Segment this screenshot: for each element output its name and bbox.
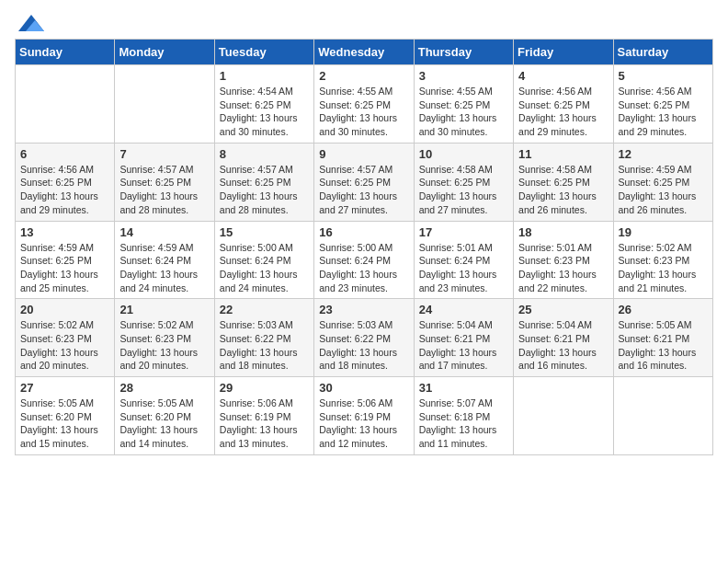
calendar-cell: 16Sunrise: 5:00 AMSunset: 6:24 PMDayligh…	[314, 221, 414, 299]
calendar-cell: 5Sunrise: 4:56 AMSunset: 6:25 PMDaylight…	[613, 65, 712, 144]
column-header-tuesday: Tuesday	[214, 40, 313, 65]
day-info: Sunrise: 4:55 AMSunset: 6:25 PMDaylight:…	[419, 85, 508, 139]
day-info: Sunrise: 4:57 AMSunset: 6:25 PMDaylight:…	[220, 163, 309, 217]
day-number: 3	[419, 69, 508, 83]
day-info: Sunrise: 4:57 AMSunset: 6:25 PMDaylight:…	[319, 163, 408, 217]
calendar-cell: 10Sunrise: 4:58 AMSunset: 6:25 PMDayligh…	[414, 143, 513, 221]
day-info: Sunrise: 4:57 AMSunset: 6:25 PMDaylight:…	[119, 163, 209, 217]
calendar-cell: 8Sunrise: 4:57 AMSunset: 6:25 PMDaylight…	[214, 143, 313, 221]
column-header-thursday: Thursday	[414, 40, 513, 65]
calendar-cell: 22Sunrise: 5:03 AMSunset: 6:22 PMDayligh…	[214, 299, 313, 377]
day-number: 12	[619, 147, 708, 161]
calendar-cell: 15Sunrise: 5:00 AMSunset: 6:24 PMDayligh…	[214, 221, 313, 299]
calendar-cell: 4Sunrise: 4:56 AMSunset: 6:25 PMDaylight…	[514, 65, 613, 144]
calendar-cell: 12Sunrise: 4:59 AMSunset: 6:25 PMDayligh…	[613, 143, 712, 221]
column-header-saturday: Saturday	[613, 40, 712, 65]
calendar-week-row: 1Sunrise: 4:54 AMSunset: 6:25 PMDaylight…	[16, 65, 713, 144]
calendar-cell: 21Sunrise: 5:02 AMSunset: 6:23 PMDayligh…	[115, 299, 214, 377]
day-info: Sunrise: 5:02 AMSunset: 6:23 PMDaylight:…	[619, 241, 708, 295]
calendar-cell: 18Sunrise: 5:01 AMSunset: 6:23 PMDayligh…	[514, 221, 613, 299]
day-info: Sunrise: 4:55 AMSunset: 6:25 PMDaylight:…	[319, 85, 408, 139]
calendar-cell: 27Sunrise: 5:05 AMSunset: 6:20 PMDayligh…	[16, 377, 115, 455]
calendar-cell	[514, 377, 613, 455]
day-info: Sunrise: 5:01 AMSunset: 6:23 PMDaylight:…	[518, 241, 608, 295]
day-number: 17	[419, 225, 508, 239]
calendar-cell: 25Sunrise: 5:04 AMSunset: 6:21 PMDayligh…	[514, 299, 613, 377]
calendar-cell: 14Sunrise: 4:59 AMSunset: 6:24 PMDayligh…	[115, 221, 214, 299]
calendar-cell: 30Sunrise: 5:06 AMSunset: 6:19 PMDayligh…	[314, 377, 414, 455]
calendar-week-row: 27Sunrise: 5:05 AMSunset: 6:20 PMDayligh…	[16, 377, 713, 455]
day-number: 28	[119, 381, 209, 395]
day-number: 29	[220, 381, 309, 395]
day-number: 13	[20, 225, 109, 239]
day-number: 30	[319, 381, 408, 395]
day-info: Sunrise: 4:54 AMSunset: 6:25 PMDaylight:…	[220, 85, 309, 139]
day-number: 5	[619, 69, 708, 83]
day-info: Sunrise: 5:05 AMSunset: 6:21 PMDaylight:…	[619, 318, 708, 373]
day-info: Sunrise: 5:03 AMSunset: 6:22 PMDaylight:…	[220, 318, 309, 373]
day-number: 8	[220, 147, 309, 161]
day-number: 19	[619, 225, 708, 239]
calendar-cell: 3Sunrise: 4:55 AMSunset: 6:25 PMDaylight…	[414, 65, 513, 144]
day-info: Sunrise: 4:58 AMSunset: 6:25 PMDaylight:…	[419, 163, 508, 217]
day-info: Sunrise: 5:03 AMSunset: 6:22 PMDaylight:…	[319, 318, 408, 373]
calendar-cell: 9Sunrise: 4:57 AMSunset: 6:25 PMDaylight…	[314, 143, 414, 221]
calendar-week-row: 6Sunrise: 4:56 AMSunset: 6:25 PMDaylight…	[16, 143, 713, 221]
column-header-sunday: Sunday	[16, 40, 115, 65]
calendar-cell: 13Sunrise: 4:59 AMSunset: 6:25 PMDayligh…	[16, 221, 115, 299]
calendar-week-row: 13Sunrise: 4:59 AMSunset: 6:25 PMDayligh…	[16, 221, 713, 299]
day-info: Sunrise: 5:01 AMSunset: 6:24 PMDaylight:…	[419, 241, 508, 295]
calendar-cell: 24Sunrise: 5:04 AMSunset: 6:21 PMDayligh…	[414, 299, 513, 377]
day-number: 15	[220, 225, 309, 239]
calendar-cell: 26Sunrise: 5:05 AMSunset: 6:21 PMDayligh…	[613, 299, 712, 377]
day-number: 1	[220, 69, 309, 83]
day-number: 14	[119, 225, 209, 239]
day-info: Sunrise: 5:02 AMSunset: 6:23 PMDaylight:…	[20, 318, 109, 373]
day-info: Sunrise: 5:06 AMSunset: 6:19 PMDaylight:…	[220, 396, 309, 451]
day-info: Sunrise: 4:59 AMSunset: 6:25 PMDaylight:…	[619, 163, 708, 217]
day-info: Sunrise: 5:00 AMSunset: 6:24 PMDaylight:…	[319, 241, 408, 295]
calendar-cell: 28Sunrise: 5:05 AMSunset: 6:20 PMDayligh…	[115, 377, 214, 455]
calendar-cell: 29Sunrise: 5:06 AMSunset: 6:19 PMDayligh…	[214, 377, 313, 455]
day-number: 6	[20, 147, 109, 161]
day-number: 23	[319, 303, 408, 316]
calendar-cell	[613, 377, 712, 455]
calendar-cell: 20Sunrise: 5:02 AMSunset: 6:23 PMDayligh…	[16, 299, 115, 377]
day-info: Sunrise: 5:00 AMSunset: 6:24 PMDaylight:…	[220, 241, 309, 295]
day-info: Sunrise: 5:04 AMSunset: 6:21 PMDaylight:…	[419, 318, 508, 373]
day-info: Sunrise: 4:59 AMSunset: 6:25 PMDaylight:…	[20, 241, 109, 295]
day-number: 25	[518, 303, 608, 316]
day-info: Sunrise: 5:07 AMSunset: 6:18 PMDaylight:…	[419, 396, 508, 451]
page-header	[15, 15, 713, 31]
day-info: Sunrise: 4:56 AMSunset: 6:25 PMDaylight:…	[518, 85, 608, 139]
calendar-cell: 7Sunrise: 4:57 AMSunset: 6:25 PMDaylight…	[115, 143, 214, 221]
day-info: Sunrise: 4:56 AMSunset: 6:25 PMDaylight:…	[20, 163, 109, 217]
calendar-cell	[16, 65, 115, 144]
day-info: Sunrise: 5:06 AMSunset: 6:19 PMDaylight:…	[319, 396, 408, 451]
day-number: 4	[518, 69, 608, 83]
calendar-cell: 19Sunrise: 5:02 AMSunset: 6:23 PMDayligh…	[613, 221, 712, 299]
day-info: Sunrise: 4:58 AMSunset: 6:25 PMDaylight:…	[518, 163, 608, 217]
calendar-table: SundayMondayTuesdayWednesdayThursdayFrid…	[15, 39, 713, 455]
day-number: 26	[619, 303, 708, 316]
day-number: 22	[220, 303, 309, 316]
logo-icon	[18, 15, 44, 31]
day-info: Sunrise: 5:02 AMSunset: 6:23 PMDaylight:…	[119, 318, 209, 373]
day-number: 20	[20, 303, 109, 316]
calendar-header-row: SundayMondayTuesdayWednesdayThursdayFrid…	[16, 40, 713, 65]
calendar-cell: 2Sunrise: 4:55 AMSunset: 6:25 PMDaylight…	[314, 65, 414, 144]
calendar-cell: 11Sunrise: 4:58 AMSunset: 6:25 PMDayligh…	[514, 143, 613, 221]
day-number: 10	[419, 147, 508, 161]
day-number: 16	[319, 225, 408, 239]
day-number: 18	[518, 225, 608, 239]
day-info: Sunrise: 5:04 AMSunset: 6:21 PMDaylight:…	[518, 318, 608, 373]
logo	[15, 15, 44, 31]
day-number: 27	[20, 381, 109, 395]
day-number: 24	[419, 303, 508, 316]
day-number: 11	[518, 147, 608, 161]
day-number: 2	[319, 69, 408, 83]
calendar-cell: 6Sunrise: 4:56 AMSunset: 6:25 PMDaylight…	[16, 143, 115, 221]
calendar-week-row: 20Sunrise: 5:02 AMSunset: 6:23 PMDayligh…	[16, 299, 713, 377]
day-info: Sunrise: 5:05 AMSunset: 6:20 PMDaylight:…	[20, 396, 109, 451]
calendar-cell: 1Sunrise: 4:54 AMSunset: 6:25 PMDaylight…	[214, 65, 313, 144]
